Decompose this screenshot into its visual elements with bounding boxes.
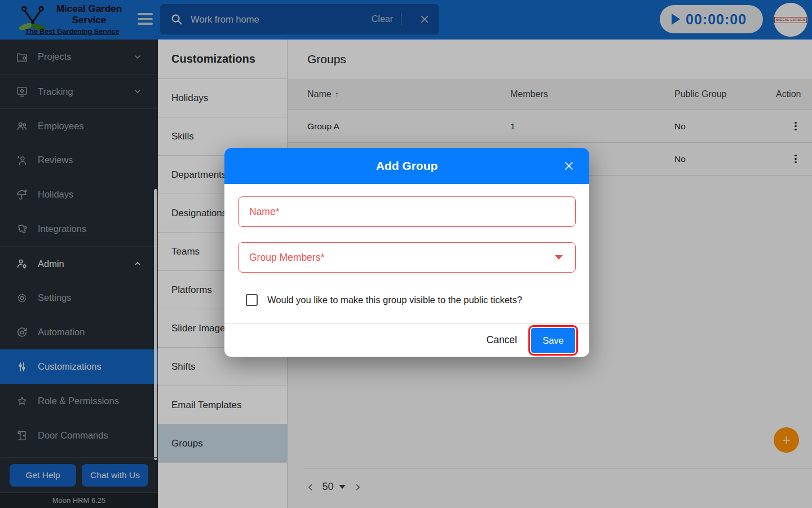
modal-title: Add Group — [376, 159, 438, 173]
public-visibility-row: Would you like to make this group visibl… — [246, 294, 522, 306]
group-name-label: Name* — [249, 206, 575, 218]
dropdown-caret-icon — [555, 255, 563, 260]
group-members-select[interactable]: Group Members* — [238, 242, 576, 273]
add-group-modal: Add Group Name* Group Members* Would you… — [224, 148, 589, 357]
save-button[interactable]: Save — [531, 328, 575, 353]
public-visibility-label: Would you like to make this group visibl… — [267, 295, 522, 305]
modal-header: Add Group — [224, 148, 589, 184]
group-members-label: Group Members* — [249, 252, 555, 264]
modal-close-icon[interactable] — [563, 160, 575, 172]
modal-footer-divider — [224, 323, 589, 324]
public-visibility-checkbox[interactable] — [246, 294, 258, 306]
cancel-button[interactable]: Cancel — [487, 334, 517, 346]
group-name-field[interactable]: Name* — [238, 196, 576, 227]
